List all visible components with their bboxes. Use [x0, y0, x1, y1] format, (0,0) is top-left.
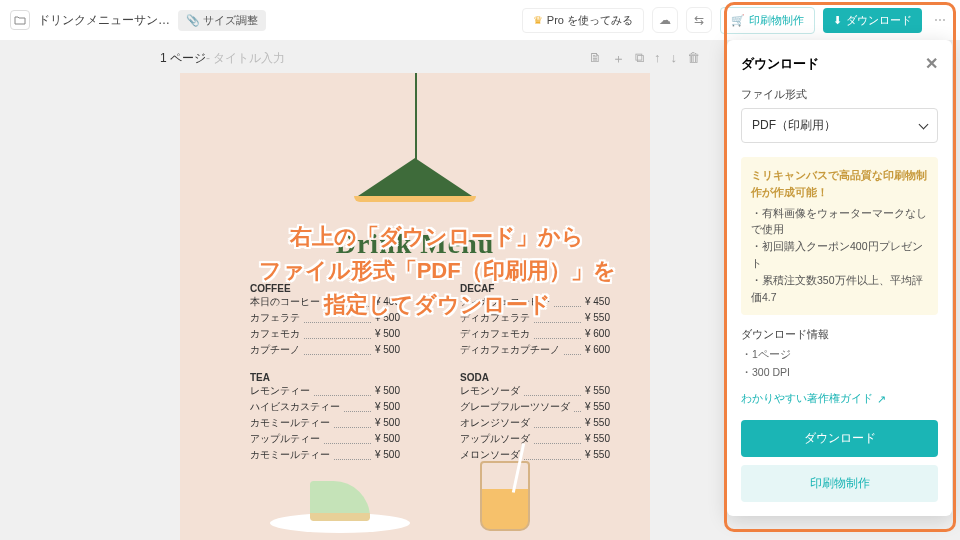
- copyright-guide-label: わかりやすい著作権ガイド: [741, 392, 873, 406]
- print-order-secondary-button[interactable]: 印刷物制作: [741, 465, 938, 502]
- save-icon-button[interactable]: ☁: [652, 7, 678, 33]
- document-title[interactable]: ドリンクメニューサン…: [38, 12, 170, 29]
- menu-item: ディカフェラテ¥ 550: [460, 310, 610, 326]
- file-type-value: PDF（印刷用）: [752, 117, 836, 134]
- download-info-label: ダウンロード情報: [741, 327, 938, 342]
- chevron-down-icon: [919, 119, 929, 129]
- size-adjust-chip[interactable]: 📎 サイズ調整: [178, 10, 266, 31]
- crown-icon: ♛: [533, 14, 543, 27]
- page-number: 1 ページ: [160, 50, 206, 67]
- promo-box: ミリキャンバスで高品質な印刷物制作が作成可能！ 有料画像をウォーターマークなしで…: [741, 157, 938, 315]
- glass-graphic: [480, 461, 530, 531]
- menu-item: アップルティー¥ 500: [250, 431, 400, 447]
- notes-icon[interactable]: 🗎: [589, 50, 602, 68]
- design-canvas[interactable]: Drink Menu COFFEE本日のコーヒー¥ 400カフェラテ¥ 500カ…: [180, 73, 650, 540]
- cake-graphic: [310, 481, 370, 521]
- try-pro-label: Pro を使ってみる: [547, 13, 633, 28]
- menu-item: カフェラテ¥ 500: [250, 310, 400, 326]
- promo-bullet: 有料画像をウォーターマークなしで使用: [751, 205, 928, 239]
- info-item: 300 DPI: [741, 364, 938, 382]
- cart-icon: 🛒: [731, 14, 745, 27]
- size-adjust-label: サイズ調整: [203, 13, 258, 28]
- move-down-icon[interactable]: ↓: [671, 50, 678, 68]
- back-button[interactable]: [10, 10, 30, 30]
- illustration: [240, 463, 590, 540]
- menu-section-heading: SODA: [460, 372, 610, 383]
- menu-item: カプチーノ¥ 500: [250, 342, 400, 358]
- duplicate-icon[interactable]: ⧉: [635, 50, 644, 68]
- add-page-icon[interactable]: ＋: [612, 50, 625, 68]
- close-panel-button[interactable]: ✕: [925, 54, 938, 73]
- download-icon: ⬇: [833, 14, 842, 27]
- menu-section-heading: DECAF: [460, 283, 610, 294]
- print-order-label: 印刷物制作: [749, 13, 804, 28]
- menu-item: グレープフルーツソーダ¥ 550: [460, 399, 610, 415]
- top-toolbar: ドリンクメニューサン… 📎 サイズ調整 ♛ Pro を使ってみる ☁ ⇆ 🛒 印…: [0, 0, 960, 40]
- delete-page-icon[interactable]: 🗑: [687, 50, 700, 68]
- clip-icon: 📎: [186, 14, 200, 27]
- print-order-button[interactable]: 🛒 印刷物制作: [720, 7, 815, 34]
- menu-item: レモンソーダ¥ 550: [460, 383, 610, 399]
- menu-item: アップルソーダ¥ 550: [460, 431, 610, 447]
- menu-item: レモンティー¥ 500: [250, 383, 400, 399]
- menu-item: 本日のコーヒー¥ 400: [250, 294, 400, 310]
- lamp-cord-graphic: [415, 73, 417, 163]
- menu-item: カフェモカ¥ 500: [250, 326, 400, 342]
- promo-list: 有料画像をウォーターマークなしで使用初回購入クーポン400円プレゼント累積注文数…: [751, 205, 928, 306]
- download-info: ダウンロード情報 1ページ300 DPI: [741, 327, 938, 382]
- download-label-top: ダウンロード: [846, 13, 912, 28]
- menu-item: ディカフェコーヒー¥ 450: [460, 294, 610, 310]
- menu-columns: COFFEE本日のコーヒー¥ 400カフェラテ¥ 500カフェモカ¥ 500カプ…: [250, 283, 610, 463]
- download-panel: ダウンロード ✕ ファイル形式 PDF（印刷用） ミリキャンバスで高品質な印刷物…: [727, 40, 952, 516]
- share-icon: ⇆: [694, 13, 704, 27]
- promo-bullet: 初回購入クーポン400円プレゼント: [751, 238, 928, 272]
- copyright-guide-link[interactable]: わかりやすい著作権ガイド ↗: [741, 392, 938, 406]
- menu-item: ディカフェカプチーノ¥ 600: [460, 342, 610, 358]
- promo-bullet: 累積注文数350万件以上、平均評価4.7: [751, 272, 928, 306]
- share-icon-button[interactable]: ⇆: [686, 7, 712, 33]
- more-menu-button[interactable]: ⋯: [930, 13, 950, 27]
- external-link-icon: ↗: [877, 393, 886, 405]
- download-confirm-button[interactable]: ダウンロード: [741, 420, 938, 457]
- page-title-input[interactable]: - タイトル入力: [206, 50, 285, 67]
- file-type-select[interactable]: PDF（印刷用）: [741, 108, 938, 143]
- menu-title: Drink Menu: [180, 228, 650, 260]
- try-pro-button[interactable]: ♛ Pro を使ってみる: [522, 8, 644, 33]
- download-button-top[interactable]: ⬇ ダウンロード: [823, 8, 922, 33]
- move-up-icon[interactable]: ↑: [654, 50, 661, 68]
- menu-item: ハイビスカスティー¥ 500: [250, 399, 400, 415]
- canvas-area: 1 ページ - タイトル入力 🗎 ＋ ⧉ ↑ ↓ 🗑 Drink Menu CO…: [160, 50, 700, 540]
- menu-item: オレンジソーダ¥ 550: [460, 415, 610, 431]
- menu-item: ディカフェモカ¥ 600: [460, 326, 610, 342]
- page-tools: 🗎 ＋ ⧉ ↑ ↓ 🗑: [589, 50, 700, 68]
- download-info-list: 1ページ300 DPI: [741, 346, 938, 382]
- menu-section-heading: COFFEE: [250, 283, 400, 294]
- save-icon: ☁: [659, 13, 671, 27]
- lamp-rim-graphic: [354, 196, 476, 202]
- lamp-shade-graphic: [355, 158, 475, 198]
- menu-section-heading: TEA: [250, 372, 400, 383]
- download-panel-title: ダウンロード: [741, 55, 819, 73]
- menu-item: カモミールティー¥ 500: [250, 415, 400, 431]
- file-type-label: ファイル形式: [741, 87, 938, 102]
- promo-title: ミリキャンバスで高品質な印刷物制作が作成可能！: [751, 167, 928, 201]
- folder-up-icon: [14, 14, 26, 26]
- info-item: 1ページ: [741, 346, 938, 364]
- menu-item: カモミールティー¥ 500: [250, 447, 400, 463]
